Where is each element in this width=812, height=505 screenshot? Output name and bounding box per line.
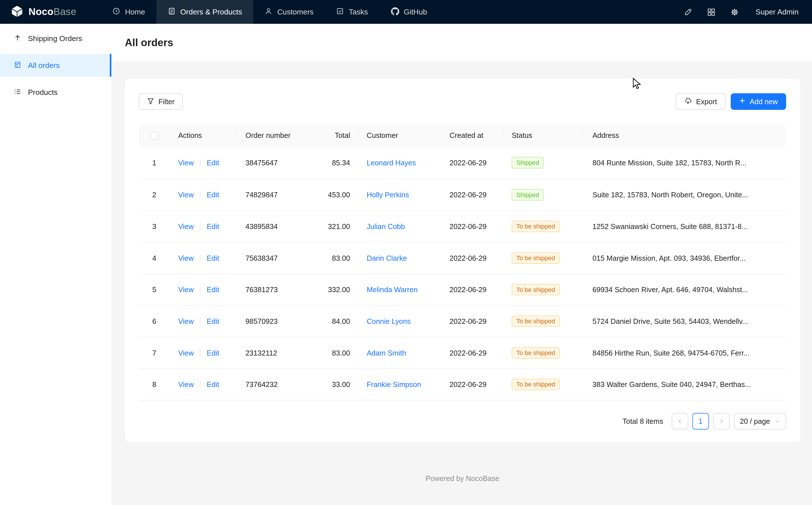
status-badge: To be shipped (512, 252, 560, 263)
table-row: 1 View Edit 38475647 85.34 Leonard Hayes… (139, 147, 786, 179)
total-cell: 33.00 (314, 368, 358, 400)
customers-icon (265, 7, 272, 17)
customer-link[interactable]: Leonard Hayes (367, 159, 416, 167)
main-menu: Home Orders & Products Customers (101, 0, 439, 24)
blocks-icon[interactable] (707, 8, 716, 16)
created-at-cell: 2022-06-29 (441, 337, 504, 368)
action-divider (200, 159, 201, 166)
app-root: NocoBase Home Orders & Products (0, 0, 812, 505)
edit-link[interactable]: Edit (207, 285, 219, 294)
table-row: 2 View Edit 74829847 453.00 Holly Perkin… (139, 179, 786, 210)
cloud-download-icon (684, 97, 692, 106)
view-link[interactable]: View (178, 222, 194, 230)
view-link[interactable]: View (178, 159, 194, 167)
created-at-cell: 2022-06-29 (441, 274, 504, 305)
total-cell: 453.00 (314, 179, 358, 210)
sidebar-item-label: Shipping Orders (28, 34, 82, 42)
status-badge: To be shipped (512, 347, 560, 358)
address-cell: Suite 182, 15783, North Robert, Oregon, … (584, 179, 786, 210)
brand-name: NocoBase (29, 6, 76, 18)
add-new-button[interactable]: Add new (731, 93, 786, 110)
address-cell: 383 Walter Gardens, Suite 040, 24947, Be… (584, 368, 786, 400)
sidebar-item-products[interactable]: Products (0, 81, 111, 104)
edit-link[interactable]: Edit (207, 159, 219, 167)
customer-link[interactable]: Adam Smith (367, 348, 406, 357)
customer-link[interactable]: Darin Clarke (367, 254, 407, 262)
action-divider (200, 286, 201, 293)
order-number-cell: 73764232 (237, 368, 314, 400)
column-header-order-number: Order number (237, 124, 314, 147)
funnel-icon (147, 97, 155, 106)
customer-link[interactable]: Melinda Warren (367, 285, 418, 294)
total-cell: 83.00 (314, 242, 358, 274)
pagination-page-1[interactable]: 1 (692, 413, 709, 430)
edit-link[interactable]: Edit (207, 254, 219, 262)
status-badge: To be shipped (512, 220, 560, 232)
customer-link[interactable]: Julian Cobb (367, 222, 405, 230)
page-size-select[interactable]: 20 / page (734, 413, 786, 430)
view-link[interactable]: View (178, 254, 194, 262)
order-number-cell: 98570923 (237, 305, 314, 337)
edit-link[interactable]: Edit (207, 380, 219, 388)
table-row: 6 View Edit 98570923 84.00 Connie Lyons … (139, 305, 786, 337)
table-row: 5 View Edit 76381273 332.00 Melinda Warr… (139, 274, 786, 305)
brand-logo[interactable]: NocoBase (0, 0, 86, 24)
page-content: Filter Export (111, 61, 812, 505)
total-cell: 83.00 (314, 337, 358, 368)
add-new-label: Add new (750, 98, 778, 106)
orders-table: Actions Order number Total Customer Crea… (139, 124, 786, 400)
nav-item-orders-products[interactable]: Orders & Products (157, 0, 254, 24)
order-number-cell: 43895834 (237, 210, 314, 242)
sidebar-item-all-orders[interactable]: All orders (0, 54, 111, 77)
export-button[interactable]: Export (676, 93, 726, 110)
filter-button[interactable]: Filter (139, 93, 183, 110)
action-divider (200, 349, 201, 356)
pagination-prev-button[interactable] (671, 413, 688, 430)
row-index: 3 (139, 210, 170, 242)
pagination-total: Total 8 items (622, 417, 663, 425)
address-cell: 69934 Schoen River, Apt. 646, 49704, Wal… (584, 274, 786, 305)
user-menu[interactable]: Super Admin (755, 8, 798, 16)
action-divider (200, 222, 201, 230)
sidebar-item-shipping-orders[interactable]: Shipping Orders (0, 27, 111, 50)
nav-item-customers[interactable]: Customers (254, 0, 325, 24)
gear-icon[interactable] (730, 8, 739, 16)
total-cell: 332.00 (314, 274, 358, 305)
created-at-cell: 2022-06-29 (441, 305, 504, 337)
row-index: 8 (139, 368, 170, 400)
navbar-right: Super Admin (684, 8, 812, 16)
sidebar-item-label: All orders (28, 61, 60, 69)
pagination-next-button[interactable] (713, 413, 730, 430)
edit-link[interactable]: Edit (207, 317, 219, 325)
edit-link[interactable]: Edit (207, 222, 219, 230)
view-link[interactable]: View (178, 285, 194, 294)
view-link[interactable]: View (178, 317, 194, 325)
list-icon (14, 88, 21, 97)
action-divider (200, 380, 201, 388)
nav-item-home[interactable]: Home (101, 0, 157, 24)
view-link[interactable]: View (178, 190, 194, 199)
plus-icon (739, 98, 746, 106)
created-at-cell: 2022-06-29 (441, 368, 504, 400)
customer-link[interactable]: Frankie Simpson (367, 380, 421, 388)
nav-item-github[interactable]: GitHub (379, 0, 439, 24)
row-index: 6 (139, 305, 170, 337)
view-link[interactable]: View (178, 348, 194, 357)
view-link[interactable]: View (178, 380, 194, 388)
nav-item-tasks[interactable]: Tasks (325, 0, 379, 24)
filter-label: Filter (159, 98, 175, 106)
row-index: 2 (139, 179, 170, 210)
edit-link[interactable]: Edit (207, 190, 219, 199)
highlighter-icon[interactable] (684, 8, 692, 16)
table-row: 4 View Edit 75638347 83.00 Darin Clarke … (139, 242, 786, 274)
customer-link[interactable]: Connie Lyons (367, 317, 411, 325)
column-header-actions: Actions (170, 124, 237, 147)
address-cell: 84856 Hirthe Run, Suite 268, 94754-6705,… (584, 337, 786, 368)
select-all-checkbox[interactable] (150, 131, 159, 140)
order-number-cell: 38475647 (237, 147, 314, 179)
row-index: 5 (139, 274, 170, 305)
customer-link[interactable]: Holly Perkins (367, 190, 409, 199)
orders-card: Filter Export (125, 79, 800, 442)
status-badge: Shipped (512, 189, 544, 200)
edit-link[interactable]: Edit (207, 348, 219, 357)
